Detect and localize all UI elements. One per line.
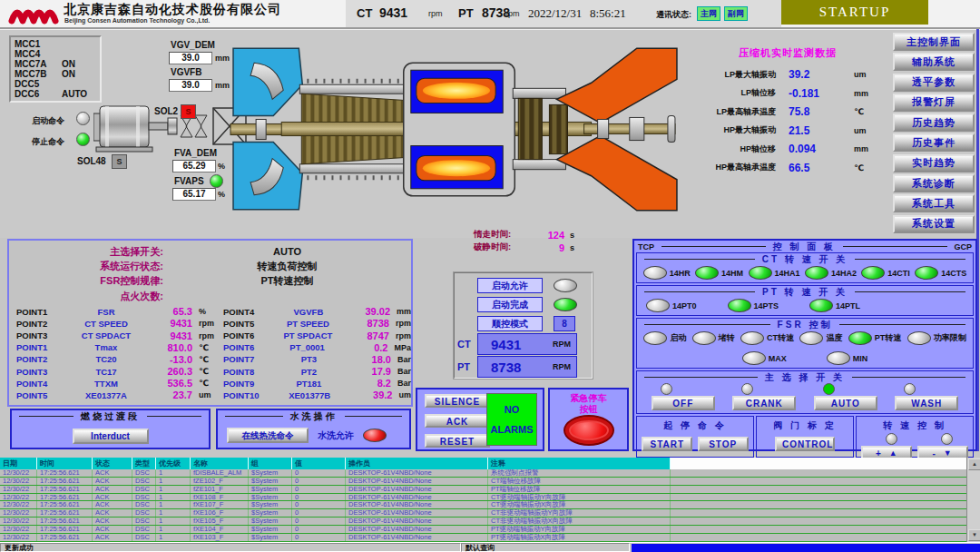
nav-button[interactable]: 透平参数 <box>893 74 975 92</box>
point-value: 65.3 <box>147 306 192 317</box>
cell-name: fXE105_F <box>191 518 249 525</box>
switch-led[interactable] <box>915 266 938 280</box>
master-select-button[interactable]: WASH <box>895 396 958 410</box>
point-row: POINT6 PT_0001 0.2 MPa <box>216 341 411 353</box>
switch-led[interactable] <box>749 266 772 280</box>
fsr-mode-led[interactable] <box>907 331 931 345</box>
stop-button[interactable]: STOP <box>698 437 749 451</box>
switch-led[interactable] <box>805 266 828 280</box>
fsr-mode-label: CT转速 <box>767 332 794 344</box>
table-row[interactable]: 12/30/22 17:25:56.621 ACK DSC 1 fXE108_F… <box>0 494 980 502</box>
scroll-up-icon[interactable]: ▲ <box>968 458 980 470</box>
switch-led[interactable] <box>643 266 667 280</box>
table-row[interactable]: 12/30/22 17:25:56.621 ACK DSC 1 fXE107_F… <box>0 501 980 509</box>
master-select-section: 主 选 择 开 关 OFF CRANK AUTO WASH <box>636 370 974 414</box>
switch-led[interactable] <box>728 299 751 312</box>
table-row[interactable]: 12/30/22 17:25:56.621 ACK DSC 1 fZE102_F… <box>0 478 980 486</box>
table-row[interactable]: 12/30/22 17:25:56.621 ACK DSC 1 fXE106_F… <box>0 509 980 518</box>
switch: 14PTL <box>809 299 860 312</box>
nav-button[interactable]: 历史事件 <box>893 133 975 152</box>
fsr-limit-led[interactable] <box>827 351 850 365</box>
point-row: POINT6 PT SPDACT 8747 rpm <box>216 330 411 341</box>
alarm-button[interactable]: RESET <box>425 434 490 448</box>
mcc-state: ON <box>62 59 75 69</box>
point-name: PT3 <box>270 354 348 364</box>
sol48-state-box[interactable]: S <box>112 154 127 169</box>
switch-led[interactable] <box>809 299 833 312</box>
monitor-unit: ℃ <box>854 163 864 172</box>
alarm-button[interactable]: SILENCE <box>425 394 490 408</box>
start-command-led[interactable] <box>76 112 90 125</box>
nav-button[interactable]: 主控制界面 <box>893 33 975 51</box>
point-value: 810.0 <box>147 342 192 353</box>
col-group: 组 <box>249 458 292 469</box>
mcc-name: MCC7A <box>15 59 62 69</box>
nav-button[interactable]: 报警灯屏 <box>893 94 975 112</box>
alarm-button[interactable]: ACK <box>425 414 490 428</box>
cell-status: ACK <box>93 469 132 477</box>
fsr-mode-led[interactable] <box>692 331 716 345</box>
header-filler <box>671 458 980 469</box>
master-select-button[interactable]: AUTO <box>814 396 877 410</box>
table-row[interactable]: 12/30/22 17:25:56.621 ACK DSC 1 fXE103_F… <box>0 534 980 542</box>
pt-speed-label: PT <box>458 6 474 20</box>
minus-sign: - <box>933 448 936 458</box>
table-row[interactable]: 12/30/22 17:25:56.621 ACK DSC 1 fXE104_F… <box>0 526 980 534</box>
cell-operator: DESKTOP-61V4NBD/None <box>346 469 488 477</box>
cell-time: 17:25:56.621 <box>37 526 93 533</box>
mcc-name: DCC5 <box>15 79 62 89</box>
table-scrollbar[interactable]: ▲ ▼ <box>966 458 980 542</box>
point-row: POINT1 FSR 65.3 % <box>9 306 216 318</box>
nav-button[interactable]: 系统工具 <box>893 194 975 212</box>
switch-led[interactable] <box>646 299 670 312</box>
run-state-value: 转速负荷控制 <box>163 260 411 273</box>
fsr-mode-led[interactable] <box>799 331 823 345</box>
fsr-mode-led[interactable] <box>643 331 667 345</box>
valve-control-button[interactable]: CONTROL <box>775 437 835 451</box>
monitor-unit: mm <box>854 144 868 153</box>
cell-name: fXE107_F <box>191 501 249 508</box>
point-id: POINT5 <box>9 390 65 400</box>
switch-led[interactable] <box>861 266 885 280</box>
point-row: POINT8 PT2 17.9 Bar <box>216 366 411 378</box>
nav-button[interactable]: 系统设置 <box>893 215 975 233</box>
turbine-diagram <box>229 35 684 222</box>
table-row[interactable]: 12/30/22 17:25:56.621 ACK DSC 1 fDISBALE… <box>0 469 980 478</box>
master-select-button[interactable]: CRANK <box>732 396 796 410</box>
interduct-button[interactable]: Interduct <box>73 429 149 444</box>
sol2-state-box[interactable]: S <box>181 104 196 119</box>
fva-dem-value[interactable]: 65.29 <box>172 160 216 172</box>
fsr-limit-led[interactable] <box>742 351 766 365</box>
master-select-option: WASH <box>895 383 958 410</box>
col-comment: 注释 <box>488 458 671 469</box>
pt-rpm-value: 8738 <box>478 360 553 375</box>
nav-button[interactable]: 实时趋势 <box>893 154 975 172</box>
vgv-dem-value[interactable]: 39.0 <box>169 52 212 64</box>
fsr-mode-led[interactable] <box>740 331 764 345</box>
point-name: PT_0001 <box>270 342 346 352</box>
fsr-mode-led[interactable] <box>848 331 872 345</box>
nav-button[interactable]: 系统诊断 <box>893 174 975 192</box>
nav-button[interactable]: 辅助系统 <box>893 53 975 71</box>
fsr-mode-label: 启动 <box>670 332 686 344</box>
ct-rpm-unit: RPM <box>553 340 576 349</box>
table-row[interactable]: 12/30/22 17:25:56.621 ACK DSC 1 fZE101_F… <box>0 486 980 494</box>
start-command-label: 启动命令 <box>32 115 64 127</box>
master-select-button[interactable]: OFF <box>652 396 715 410</box>
start-button[interactable]: START <box>642 437 692 451</box>
speed-down-led <box>941 433 953 445</box>
nav-button[interactable]: 历史趋势 <box>893 113 975 132</box>
point-unit: ℃ <box>192 343 209 352</box>
cell-comment: CT驱动端轴振动X向故障 <box>488 501 671 508</box>
switch-label: 14HA2 <box>831 269 857 278</box>
stop-command-led[interactable] <box>76 133 90 146</box>
scroll-down-icon[interactable]: ▼ <box>968 529 980 541</box>
start-permit-led <box>554 279 577 292</box>
switch-led[interactable] <box>695 266 719 280</box>
emergency-stop-button[interactable] <box>564 415 614 446</box>
cell-operator: DESKTOP-61V4NBD/None <box>346 534 488 541</box>
ignition-count-label: 点火次数: <box>9 290 163 303</box>
online-hot-wash-button[interactable]: 在线热洗命令 <box>227 428 309 443</box>
monitor-unit: ℃ <box>854 107 864 116</box>
table-row[interactable]: 12/30/22 17:25:56.621 ACK DSC 1 fXE105_F… <box>0 518 980 526</box>
